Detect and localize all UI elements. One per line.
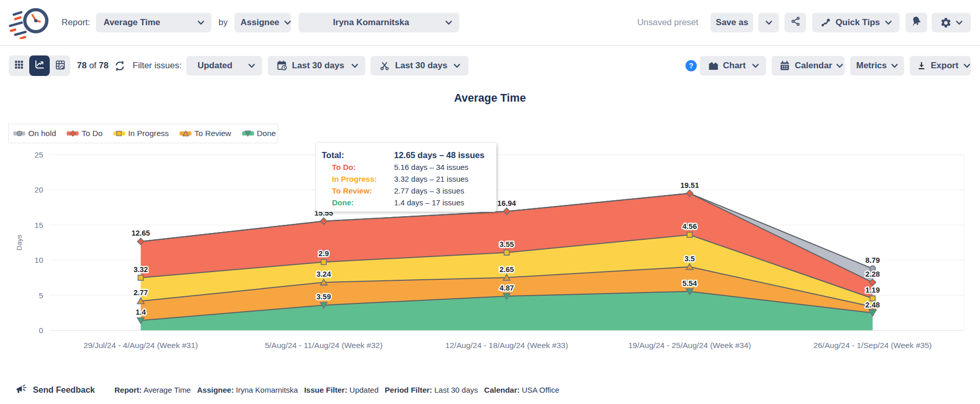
summary-item: Period Filter: Last 30 days: [385, 386, 478, 394]
marker-done: [503, 294, 510, 299]
y-tick-label: 0: [39, 326, 43, 335]
send-feedback-button[interactable]: Send Feedback: [14, 380, 95, 399]
legend-label: Done: [257, 129, 276, 138]
legend-label: On hold: [28, 129, 56, 138]
chevron-down-icon: [454, 64, 460, 68]
marker-done: [320, 302, 327, 308]
legend-item[interactable]: In Progress: [113, 129, 169, 138]
tooltip-row: To Do:5.16 days – 34 issues: [322, 161, 490, 173]
area-chart-icon: [708, 60, 719, 72]
marker-to-do: [503, 208, 510, 215]
period-filter-dropdown[interactable]: Last 30 days: [370, 56, 468, 75]
data-label-done: 1.4: [135, 308, 146, 316]
chart-type-dropdown[interactable]: Chart: [700, 56, 766, 75]
legend-label: To Review: [194, 129, 231, 138]
y-axis-title: Days: [15, 235, 23, 251]
tooltip-total-label: Total:: [322, 150, 394, 160]
legend-item[interactable]: Done: [242, 129, 276, 138]
view-chart-button[interactable]: [29, 55, 50, 76]
metrics-value: Metrics: [856, 61, 887, 71]
share-button[interactable]: [785, 13, 806, 32]
export-value: Export: [931, 61, 958, 71]
legend-item[interactable]: To Review: [180, 129, 231, 138]
legend-label: To Do: [82, 129, 103, 138]
assignee-dropdown[interactable]: Iryna Komarnitska: [299, 13, 459, 32]
chevron-down-icon: [351, 64, 358, 68]
unsaved-preset-label: Unsaved preset: [637, 17, 698, 28]
assignee-value: Iryna Komarnitska: [333, 17, 409, 28]
data-label-to-do: 19.51: [680, 181, 699, 189]
metrics-dropdown[interactable]: Metrics: [850, 56, 904, 75]
square-marker-icon: [113, 130, 125, 137]
calendar-value: Calendar: [795, 61, 832, 71]
refresh-icon[interactable]: [113, 60, 126, 72]
data-label-in-progress: 3.32: [133, 265, 148, 274]
tooltip-row: Done:1.4 days – 17 issues: [322, 197, 490, 208]
quick-tips-label: Quick Tips: [835, 17, 880, 28]
data-label-to-review: 3.24: [317, 270, 331, 278]
tooltip-row-label: Done:: [322, 198, 394, 207]
legend-item[interactable]: To Do: [67, 129, 103, 138]
calendar-dropdown[interactable]: Calendar: [772, 56, 845, 75]
view-grid-button[interactable]: [9, 55, 29, 76]
date-range-dropdown[interactable]: Last 30 days: [268, 56, 365, 75]
issue-filter-dropdown[interactable]: Updated: [186, 56, 262, 75]
chevron-down-icon: [284, 21, 291, 25]
export-dropdown[interactable]: Export: [910, 56, 971, 75]
data-label-to-review: 2.65: [499, 265, 514, 274]
notifications-button[interactable]: [906, 13, 927, 32]
chevron-down-icon: [956, 21, 963, 25]
area-on-hold: [141, 194, 872, 282]
diamond-marker-icon: [67, 130, 79, 137]
save-as-button[interactable]: Save as: [711, 13, 753, 32]
gear-icon: [940, 17, 952, 29]
summary-item: Issue Filter: Updated: [304, 386, 379, 394]
data-label-done: 3.59: [317, 293, 331, 301]
share-icon: [790, 16, 801, 29]
save-as-label: Save as: [716, 17, 748, 28]
y-tick-label: 5: [39, 291, 43, 300]
line-on-hold: [141, 194, 872, 269]
group-by-dropdown[interactable]: Assignee: [234, 13, 291, 32]
save-options-dropdown[interactable]: [758, 13, 779, 32]
summary-item-label: Report:: [114, 386, 142, 394]
chevron-down-icon: [445, 21, 452, 25]
marker-in-progress: [870, 296, 875, 301]
tooltip-row-value: 3.32 days – 21 issues: [394, 175, 468, 183]
calendar-clock-icon: [276, 60, 288, 72]
data-label-in-progress: 1.19: [866, 286, 880, 294]
report-type-dropdown[interactable]: Average Time: [96, 13, 211, 32]
view-toggle-group: [9, 55, 70, 76]
scissors-icon: [379, 61, 390, 71]
help-icon[interactable]: ?: [685, 60, 697, 71]
issues-count-current: 78: [77, 61, 87, 70]
chevron-down-icon: [766, 21, 772, 25]
marker-to-do: [869, 279, 876, 286]
area-to-review: [141, 267, 872, 321]
quick-tips-button[interactable]: Quick Tips: [812, 13, 899, 32]
chart-title: Average Time: [0, 92, 980, 105]
legend-item[interactable]: On hold: [13, 129, 56, 138]
settings-dropdown[interactable]: [932, 13, 971, 32]
issues-count-of: of: [89, 61, 96, 70]
marker-to-review: [503, 275, 510, 280]
tooltip-row-value: 5.16 days – 34 issues: [394, 163, 468, 171]
issues-count: 78 of 78: [77, 61, 109, 71]
data-label-on-hold: 8.79: [866, 256, 880, 264]
summary-item-label: Period Filter:: [385, 386, 433, 394]
summary-item: Calendar: USA Office: [484, 386, 559, 394]
marker-on-hold: [870, 266, 875, 272]
data-label-to-review: 2.77: [133, 288, 148, 297]
summary-item: Report: Average Time: [114, 386, 191, 394]
date-range-value: Last 30 days: [292, 61, 344, 71]
data-label-to-review: 3.5: [684, 255, 695, 263]
area-to-do: [141, 194, 872, 299]
tooltip-row-value: 2.77 days – 3 issues: [394, 186, 464, 195]
y-tick-label: 25: [34, 150, 43, 159]
tooltip-total-row: Total: 12.65 days – 48 issues: [322, 149, 490, 161]
report-label: Report:: [62, 17, 90, 28]
group-by-value: Assignee: [241, 17, 280, 28]
area-in-progress: [141, 235, 872, 306]
view-table-button[interactable]: [50, 55, 70, 76]
chart-type-value: Chart: [723, 61, 746, 71]
